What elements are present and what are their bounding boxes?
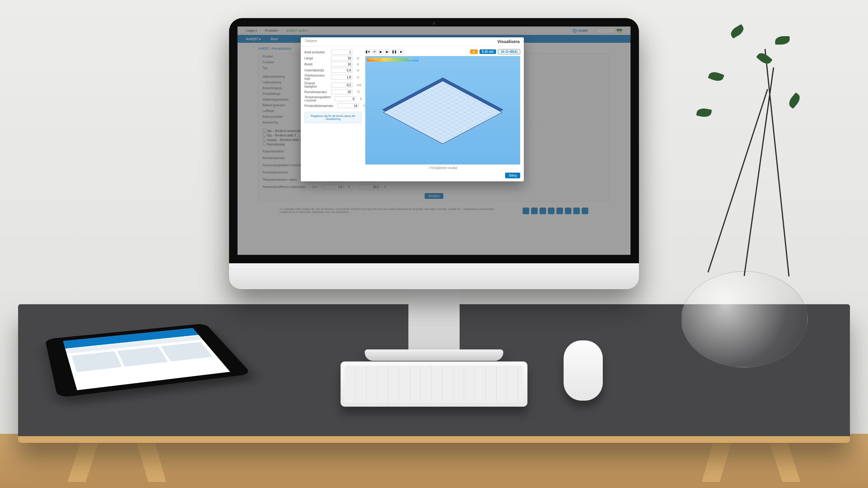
f-input[interactable] <box>335 96 356 101</box>
mouse <box>564 340 603 401</box>
prev-result[interactable]: ‹ Föregående resultat <box>365 166 520 170</box>
scale-hi: +0,5 m/s <box>408 58 418 60</box>
restart-icon[interactable]: ⟲ <box>372 50 377 54</box>
play-icon[interactable]: ▶ <box>378 50 383 54</box>
unit: K <box>360 97 362 101</box>
unit: °C <box>356 90 362 94</box>
stop-icon[interactable]: ■ <box>398 50 403 54</box>
pill-speed: 0.16 m/s <box>479 50 496 54</box>
monitor-stand <box>408 286 460 355</box>
status-warn-icon: ⚠ <box>470 50 478 54</box>
f-input[interactable] <box>331 50 352 55</box>
pause-icon[interactable]: ❚❚ <box>392 50 397 54</box>
unit: m <box>356 76 362 79</box>
f-input[interactable] <box>331 75 352 79</box>
f-label: Temperaturgradient i rummet <box>304 96 331 102</box>
monitor-foot <box>365 350 503 361</box>
close-button[interactable]: Stäng <box>505 173 520 178</box>
f-label: Önskad hastighet <box>304 82 327 88</box>
color-scale: +0,0 m/s +0,5 m/s <box>367 58 418 61</box>
unit: m <box>356 69 362 72</box>
viz-canvas[interactable]: +0,0 m/s +0,5 m/s <box>365 56 520 164</box>
register-hint: Registrera dig för att kunna spara din v… <box>304 112 362 123</box>
keyboard <box>341 361 527 407</box>
tab-designer[interactable]: Designer <box>301 37 321 46</box>
play-dot-icon[interactable]: ▶· <box>385 50 390 54</box>
view-cube-icon[interactable]: ◧▾ <box>365 50 370 54</box>
f-label: Vistelsezonens höjd <box>304 74 327 80</box>
vase <box>681 271 808 367</box>
f-input[interactable] <box>331 83 352 87</box>
unit: m/s <box>356 84 362 87</box>
f-input[interactable] <box>331 62 352 67</box>
viz-panel: ◧▾ ⟲ ▶ ▶· ❚❚ ■ ⚠ 0.16 m/s 10-13 dB(A) +0… <box>365 49 520 170</box>
f-label: Undertakshöjd <box>304 69 327 72</box>
f-input[interactable] <box>331 56 352 61</box>
f-input[interactable] <box>338 103 359 108</box>
f-input[interactable] <box>331 90 352 94</box>
monitor: Logga ▾ Produkter lindQST system Lindab … <box>229 18 639 289</box>
f-label: Rumstemperatur <box>304 90 327 94</box>
scale-lo: +0,0 m/s <box>368 58 377 60</box>
f-input[interactable] <box>331 68 352 73</box>
unit: m <box>356 63 362 66</box>
room-3d[interactable] <box>383 81 502 144</box>
modal-sidebar: Antal produkter Längdm Breddm Undertaksh… <box>304 49 362 170</box>
f-label: Bredd <box>304 63 327 66</box>
visualise-modal: Designer Visualisera Antal produkter Län… <box>301 37 524 181</box>
f-label: Antal produkter <box>304 51 327 54</box>
f-label: Längd <box>304 57 327 60</box>
unit: m <box>356 57 362 60</box>
tab-visualise[interactable]: Visualisera <box>493 37 524 46</box>
f-label: Primärluftstemperatur <box>304 104 333 107</box>
pill-db: 10-13 dB(A) <box>498 49 520 54</box>
